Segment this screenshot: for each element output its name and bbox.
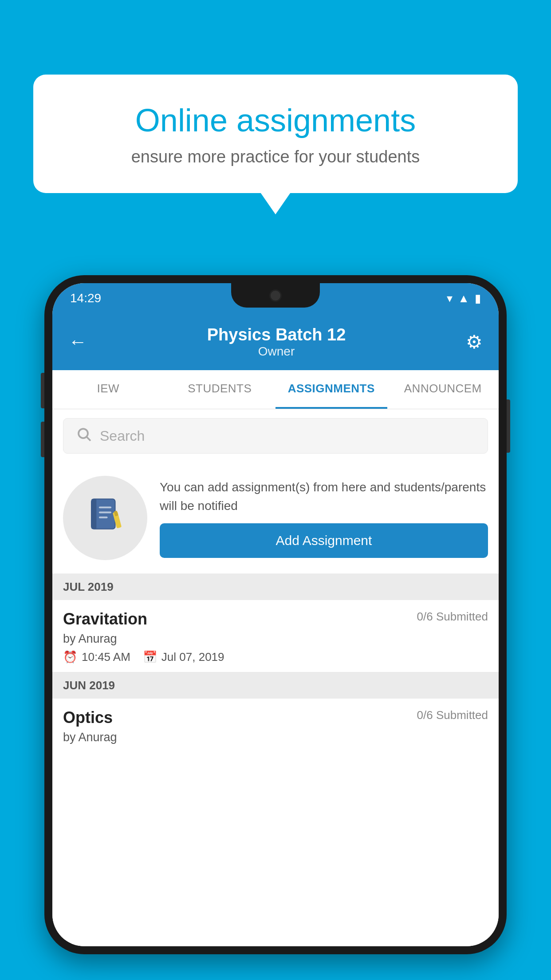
tab-iew[interactable]: IEW	[52, 370, 164, 409]
back-button[interactable]: ←	[68, 331, 87, 352]
tab-assignments[interactable]: ASSIGNMENTS	[276, 370, 387, 409]
tab-announcements[interactable]: ANNOUNCEM	[387, 370, 499, 409]
tabs-container: IEW STUDENTS ASSIGNMENTS ANNOUNCEM	[52, 370, 499, 409]
clock-icon: ⏰	[63, 650, 77, 664]
assignment-submitted-optics: 0/6 Submitted	[417, 708, 488, 722]
assignment-meta-gravitation: ⏰ 10:45 AM 📅 Jul 07, 2019	[63, 650, 488, 664]
svg-point-0	[79, 429, 88, 438]
speech-bubble-container: Online assignments ensure more practice …	[33, 75, 518, 193]
assignment-by-optics: by Anurag	[63, 731, 488, 744]
svg-rect-5	[99, 511, 111, 513]
app-header: ← Physics Batch 12 Owner ⚙	[52, 313, 499, 370]
assignment-date-gravitation: Jul 07, 2019	[161, 650, 224, 664]
promo-text: You can add assignment(s) from here and …	[160, 478, 488, 515]
search-bar[interactable]: Search	[63, 418, 488, 454]
assignment-name-gravitation: Gravitation	[63, 610, 147, 628]
calendar-icon: 📅	[143, 650, 157, 664]
speech-bubble: Online assignments ensure more practice …	[33, 75, 518, 193]
bubble-subtitle: ensure more practice for your students	[64, 147, 487, 166]
section-header-jul2019: JUL 2019	[52, 574, 499, 600]
assignment-item-optics[interactable]: Optics 0/6 Submitted by Anurag	[52, 699, 499, 757]
header-subtitle: Owner	[207, 344, 346, 359]
add-assignment-button[interactable]: Add Assignment	[160, 523, 488, 558]
assignment-submitted-gravitation: 0/6 Submitted	[417, 610, 488, 624]
assignment-name-optics: Optics	[63, 708, 113, 727]
promo-right: You can add assignment(s) from here and …	[160, 478, 488, 558]
status-icons: ▾ ▲ ▮	[447, 292, 481, 305]
phone-side-btn-power	[507, 399, 510, 453]
notebook-icon	[85, 494, 125, 542]
assignment-time-gravitation: 10:45 AM	[82, 650, 130, 664]
content-area: Search	[52, 409, 499, 946]
wifi-icon: ▾	[447, 292, 453, 305]
svg-rect-4	[99, 506, 111, 508]
bubble-title: Online assignments	[64, 101, 487, 139]
svg-rect-6	[99, 516, 108, 518]
meta-time-gravitation: ⏰ 10:45 AM	[63, 650, 130, 664]
search-container: Search	[52, 409, 499, 462]
section-header-jun2019: JUN 2019	[52, 672, 499, 699]
promo-icon-circle	[63, 476, 147, 560]
assignment-top: Gravitation 0/6 Submitted	[63, 610, 488, 628]
assignment-item-gravitation[interactable]: Gravitation 0/6 Submitted by Anurag ⏰ 10…	[52, 600, 499, 672]
signal-icon: ▲	[458, 292, 469, 305]
phone-camera	[269, 289, 282, 302]
phone-side-btn-volume-up	[41, 373, 44, 408]
gear-icon[interactable]: ⚙	[466, 331, 483, 353]
assignment-top-optics: Optics 0/6 Submitted	[63, 708, 488, 727]
add-assignment-promo: You can add assignment(s) from here and …	[52, 462, 499, 574]
status-time: 14:29	[70, 291, 101, 305]
phone-notch	[231, 283, 320, 308]
phone-mockup: 14:29 ▾ ▲ ▮ ← Physics Batch 12 Owner ⚙	[44, 275, 507, 980]
search-placeholder: Search	[100, 428, 145, 444]
battery-icon: ▮	[475, 292, 481, 305]
phone-outer: 14:29 ▾ ▲ ▮ ← Physics Batch 12 Owner ⚙	[44, 275, 507, 954]
phone-side-btn-volume-down	[41, 422, 44, 457]
svg-rect-3	[91, 499, 96, 529]
tab-students[interactable]: STUDENTS	[164, 370, 276, 409]
search-icon	[76, 426, 92, 446]
header-center: Physics Batch 12 Owner	[207, 325, 346, 359]
meta-date-gravitation: 📅 Jul 07, 2019	[143, 650, 224, 664]
svg-line-1	[87, 437, 91, 440]
header-title: Physics Batch 12	[207, 325, 346, 344]
phone-screen: 14:29 ▾ ▲ ▮ ← Physics Batch 12 Owner ⚙	[52, 283, 499, 946]
assignment-by-gravitation: by Anurag	[63, 632, 488, 646]
